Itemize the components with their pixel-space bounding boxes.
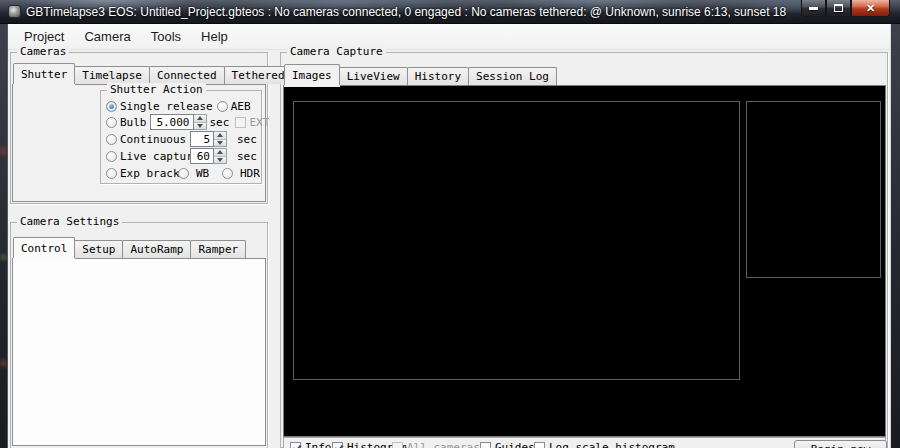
continuous-value-field[interactable]: 5 xyxy=(190,131,214,147)
guides-checkbox[interactable] xyxy=(480,442,491,448)
camera-settings-group-label: Camera Settings xyxy=(17,215,122,229)
histogram-panel xyxy=(746,101,881,278)
live-capture-sec-label: sec xyxy=(237,150,257,163)
tab-shutter[interactable]: Shutter xyxy=(13,63,75,84)
bulb-spin-down[interactable] xyxy=(194,122,206,130)
histogram-checkbox[interactable] xyxy=(332,442,343,448)
spin-down-icon xyxy=(217,158,223,162)
row-exp-bracket: Exp bracke WB HDR xyxy=(106,165,261,181)
tab-setup[interactable]: Setup xyxy=(74,240,123,258)
bulb-sec-label: sec xyxy=(210,116,230,129)
aeb-radio[interactable] xyxy=(217,101,228,112)
tab-ramper[interactable]: Ramper xyxy=(190,240,246,258)
all-cameras-checkbox xyxy=(392,442,403,448)
tab-session-log[interactable]: Session Log xyxy=(468,67,557,85)
window-border-right xyxy=(890,24,900,448)
image-preview-area[interactable] xyxy=(293,101,740,380)
close-icon: ✕ xyxy=(866,3,875,14)
tab-tethered[interactable]: Tethered xyxy=(224,66,293,84)
spin-down-icon xyxy=(217,141,223,145)
camera-capture-tab-strip: Images LiveView History Session Log xyxy=(284,64,556,85)
menu-tools[interactable]: Tools xyxy=(141,26,191,47)
log-scale-checkbox-item: Log scale histogram xyxy=(534,441,675,448)
tab-autoramp[interactable]: AutoRamp xyxy=(122,240,191,258)
continuous-radio[interactable] xyxy=(106,134,117,145)
wb-label: WB xyxy=(196,167,209,180)
window-border-left xyxy=(0,24,8,448)
begin-new-button-label: Begin new xyxy=(811,443,871,448)
menu-help[interactable]: Help xyxy=(191,26,238,47)
row-live-capture: Live capture 60 sec xyxy=(106,148,261,164)
live-capture-radio[interactable] xyxy=(106,151,117,162)
info-label: Info xyxy=(305,441,332,448)
hdr-radio[interactable] xyxy=(222,168,233,179)
spin-up-icon xyxy=(217,150,223,154)
window-title: GBTimelapse3 EOS: Untitled_Project.gbteo… xyxy=(26,5,786,20)
continuous-sec-label: sec xyxy=(237,133,257,146)
cameras-group-label: Cameras xyxy=(17,45,69,59)
live-capture-label: Live capture xyxy=(120,150,199,163)
hdr-label: HDR xyxy=(240,167,260,180)
bulb-value-field[interactable]: 5.000 xyxy=(150,114,194,130)
aeb-label: AEB xyxy=(231,100,251,113)
continuous-spin-down[interactable] xyxy=(214,139,226,147)
camera-capture-group-label: Camera Capture xyxy=(287,45,386,59)
bulb-spinner: 5.000 xyxy=(150,114,207,130)
ext-label: EXT xyxy=(249,116,269,129)
tab-connected[interactable]: Connected xyxy=(149,66,225,84)
live-capture-spinner: 60 xyxy=(190,148,227,164)
tab-images[interactable]: Images xyxy=(284,64,340,85)
exp-bracket-label: Exp bracke xyxy=(120,167,186,180)
spin-down-icon xyxy=(197,124,203,128)
images-tab-pane xyxy=(283,85,886,437)
menu-project[interactable]: Project xyxy=(14,26,74,47)
shutter-action-group: Shutter Action Single release AEB Bulb 5… xyxy=(100,90,262,184)
all-cameras-checkbox-item: All cameras xyxy=(392,441,480,448)
spin-up-icon xyxy=(217,133,223,137)
cameras-tab-strip: Shutter Timelapse Connected Tethered xyxy=(13,63,292,84)
bulb-label: Bulb xyxy=(120,116,147,129)
all-cameras-label: All cameras xyxy=(407,441,480,448)
app-icon xyxy=(8,5,21,18)
tab-control[interactable]: Control xyxy=(13,237,75,258)
minimize-button[interactable] xyxy=(801,0,826,17)
guides-label: Guides xyxy=(495,441,535,448)
spin-up-icon xyxy=(197,116,203,120)
live-capture-spin-down[interactable] xyxy=(214,156,226,164)
maximize-button[interactable] xyxy=(826,0,851,17)
maximize-icon xyxy=(834,4,843,12)
ext-checkbox xyxy=(235,117,246,128)
single-release-radio[interactable] xyxy=(106,101,117,112)
info-checkbox[interactable] xyxy=(290,442,301,448)
bulb-radio[interactable] xyxy=(106,117,117,128)
bulb-spin-buttons xyxy=(194,114,207,130)
live-capture-value-field[interactable]: 60 xyxy=(190,148,214,164)
info-checkbox-item: Info xyxy=(290,441,332,448)
single-release-label: Single release xyxy=(120,100,213,113)
row-bulb: Bulb 5.000 sec EXT xyxy=(106,114,269,130)
menu-bar: Project Camera Tools Help xyxy=(8,24,890,50)
control-tab-pane xyxy=(12,258,266,446)
menu-camera[interactable]: Camera xyxy=(74,26,140,47)
exp-bracket-radio[interactable] xyxy=(106,168,117,179)
guides-checkbox-item: Guides xyxy=(480,441,535,448)
log-scale-histogram-checkbox[interactable] xyxy=(534,442,545,448)
continuous-spinner: 5 xyxy=(190,131,227,147)
caption-button-group: ✕ xyxy=(801,0,890,17)
row-single-release: Single release AEB xyxy=(106,98,251,114)
camera-settings-tab-strip: Control Setup AutoRamp Ramper xyxy=(13,237,245,258)
live-capture-spin-buttons xyxy=(214,148,227,164)
continuous-spin-buttons xyxy=(214,131,227,147)
log-scale-histogram-label: Log scale histogram xyxy=(549,441,675,448)
minimize-icon xyxy=(809,7,818,10)
capture-footer-bar: Info Histogram All cameras Guides Log sc… xyxy=(283,437,886,448)
row-continuous: Continuous fo 5 sec xyxy=(106,131,261,147)
tab-liveview[interactable]: LiveView xyxy=(339,67,408,85)
shutter-action-label: Shutter Action xyxy=(107,83,206,97)
tab-timelapse[interactable]: Timelapse xyxy=(74,66,150,84)
begin-new-button[interactable]: Begin new xyxy=(794,440,887,448)
tab-history[interactable]: History xyxy=(407,67,469,85)
title-bar[interactable]: GBTimelapse3 EOS: Untitled_Project.gbteo… xyxy=(0,0,900,24)
close-button[interactable]: ✕ xyxy=(851,0,890,17)
wb-radio[interactable] xyxy=(178,168,189,179)
